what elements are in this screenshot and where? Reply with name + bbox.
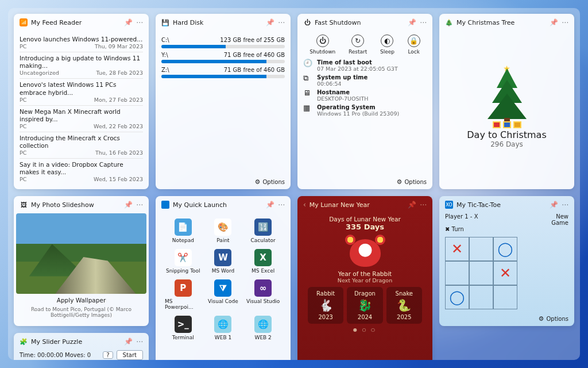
info-icon: ⧉ — [303, 74, 312, 82]
new-game-link[interactable]: New Game — [551, 213, 568, 226]
feed-item-date: Wed, 22 Feb 2023 — [94, 123, 143, 129]
more-icon[interactable]: ⋯ — [136, 18, 143, 26]
app-icon: >_ — [175, 316, 192, 333]
board-cell[interactable] — [445, 261, 469, 285]
app-label: Visual Studio — [246, 298, 280, 304]
lock-button[interactable]: 🔒Lock — [408, 34, 420, 55]
sleep-button[interactable]: ◐Sleep — [380, 34, 394, 55]
launcher-item[interactable]: >_ Terminal — [165, 314, 202, 342]
launcher-item[interactable]: 🌐 WEB 2 — [245, 314, 281, 342]
options-link[interactable]: ⚙Options — [439, 312, 574, 326]
pin-icon[interactable]: 📌 — [124, 201, 133, 209]
photo-caption: Road to Mount Pico, Portugal (© Marco Bo… — [14, 306, 149, 323]
app-icon: 🔢 — [254, 218, 272, 236]
player-label: Player 1 - X — [445, 213, 478, 226]
widget-title: My Feed Reader — [31, 19, 121, 26]
restart-button[interactable]: ↻Restart — [349, 34, 367, 55]
feed-item-date: Mon, 27 Feb 2023 — [94, 97, 143, 103]
shutdown-button[interactable]: ⏻Shutdown — [310, 34, 335, 55]
launcher-item[interactable]: W MS Word — [205, 247, 242, 275]
drive-free-text: 71 GB free of 460 GB — [224, 67, 285, 73]
board-cell[interactable] — [493, 285, 517, 309]
pin-icon[interactable]: 📌 — [266, 18, 274, 26]
launcher-item[interactable]: 📄 Notepad — [165, 217, 202, 245]
launcher-item[interactable]: ✂️ Snipping Tool — [165, 247, 202, 275]
more-icon[interactable]: ⋯ — [136, 201, 143, 209]
lunar-days: 335 Days — [303, 223, 427, 231]
zodiac-card[interactable]: Snake🐍2025 — [386, 287, 422, 324]
feed-item[interactable]: Introducing the Minecraft x Crocs collec… — [20, 132, 143, 158]
board-cell[interactable] — [469, 285, 493, 309]
drive-free-text: 123 GB free of 255 GB — [220, 37, 285, 43]
more-icon[interactable]: ⋯ — [420, 201, 427, 209]
tic-tac-toe-widget: XO My Tic-Tac-Toe 📌 ⋯ Player 1 - X New G… — [439, 196, 574, 326]
quick-launch-widget: My Quick Launch 📌 ⋯ 📄 Notepad🎨 Paint🔢 Ca… — [156, 196, 291, 360]
more-icon[interactable]: ⋯ — [278, 18, 285, 26]
widget-title: My Photo Slideshow — [31, 201, 121, 209]
board-cell[interactable]: ◯ — [493, 237, 517, 261]
more-icon[interactable]: ⋯ — [278, 201, 285, 209]
pin-icon[interactable]: 📌 — [550, 201, 558, 209]
feed-item-title: Say it in a video: Dropbox Capture makes… — [20, 161, 143, 176]
launcher-item[interactable]: ⧩ Visual Code — [205, 278, 242, 312]
options-link[interactable]: ⚙Options — [297, 175, 432, 189]
pin-icon[interactable]: 📌 — [550, 18, 558, 26]
board-cell[interactable] — [469, 261, 493, 285]
pin-icon[interactable]: 📌 — [124, 18, 133, 26]
info-icon: 🕘 — [303, 59, 312, 67]
app-icon: X — [254, 249, 272, 266]
drive-usage-bar — [161, 75, 285, 78]
rss-icon: 📶 — [20, 18, 28, 26]
feed-item[interactable]: Say it in a video: Dropbox Capture makes… — [20, 158, 143, 185]
pin-icon[interactable]: 📌 — [266, 201, 274, 209]
launcher-item[interactable]: 🎨 Paint — [205, 217, 242, 245]
page-dots[interactable]: ● ○ ○ — [303, 327, 427, 332]
board-cell[interactable]: ✕ — [493, 261, 517, 285]
feed-item-title: Introducing the Minecraft x Crocs collec… — [20, 135, 143, 150]
pin-icon[interactable]: 📌 — [408, 18, 416, 26]
pin-icon[interactable]: 📌 — [124, 338, 133, 346]
power-icon: ⏻ — [303, 18, 311, 26]
disk-icon: 💾 — [161, 18, 169, 26]
launcher-item[interactable]: X MS Excel — [245, 247, 281, 275]
launcher-item[interactable]: P MS Powerpoi... — [165, 278, 202, 312]
feed-reader-widget: 📶 My Feed Reader 📌 ⋯ Lenovo launches Win… — [14, 14, 149, 189]
drive-row: C:\123 GB free of 255 GB — [161, 37, 285, 48]
zodiac-glyph-icon: 🐍 — [388, 298, 421, 312]
board-cell[interactable]: ✕ — [445, 237, 469, 261]
game-icon: XO — [445, 201, 453, 209]
app-icon: ✂️ — [175, 249, 192, 266]
feed-item[interactable]: Introducing a big update to Windows 11 m… — [20, 52, 143, 78]
options-link[interactable]: ⚙Options — [156, 175, 291, 189]
back-icon[interactable]: ‹ — [303, 201, 306, 209]
board-cell[interactable]: ◯ — [445, 285, 469, 309]
app-label: Snipping Tool — [166, 268, 200, 274]
zodiac-card[interactable]: Dragon🐉2024 — [347, 287, 382, 324]
drive-row: Y:\71 GB free of 460 GB — [161, 52, 285, 63]
photo-slideshow-widget: 🖼 My Photo Slideshow 📌 ⋯ Apply Wallpaper… — [14, 196, 149, 326]
zodiac-card[interactable]: Rabbit🐇2023 — [308, 287, 343, 324]
more-icon[interactable]: ⋯ — [136, 338, 143, 346]
feed-item[interactable]: Lenovo launches Windows 11-powered... PC… — [20, 33, 143, 52]
launcher-item[interactable]: 🔢 Caculator — [245, 217, 281, 245]
countdown-title: Day to Christmas — [467, 129, 547, 140]
feed-item[interactable]: New Mega Man X Minecraft world inspired … — [20, 105, 143, 132]
more-icon[interactable]: ⋯ — [420, 18, 427, 26]
feed-item[interactable]: Lenovo's latest Windows 11 PCs embrace h… — [20, 78, 143, 105]
more-icon[interactable]: ⋯ — [562, 201, 568, 209]
drive-label: Y:\ — [161, 52, 168, 58]
start-button[interactable]: Start — [117, 350, 143, 360]
gear-icon: ⚙ — [255, 178, 261, 186]
feed-item-source: Uncategorized — [20, 70, 59, 76]
widgets-panel: 📶 My Feed Reader 📌 ⋯ Lenovo launches Win… — [8, 8, 580, 360]
apply-wallpaper-link[interactable]: Apply Wallpaper — [14, 294, 149, 306]
launcher-item[interactable]: ∞ Visual Studio — [245, 278, 281, 312]
launcher-item[interactable]: 🌐 WEB 1 — [205, 314, 242, 342]
more-icon[interactable]: ⋯ — [562, 18, 568, 26]
board-cell[interactable] — [469, 237, 493, 261]
slideshow-image[interactable] — [16, 213, 146, 294]
app-icon: 🌐 — [254, 316, 272, 333]
app-label: MS Excel — [252, 268, 274, 274]
pin-icon[interactable]: 📌 — [408, 201, 416, 209]
help-button[interactable]: ? — [103, 351, 113, 359]
